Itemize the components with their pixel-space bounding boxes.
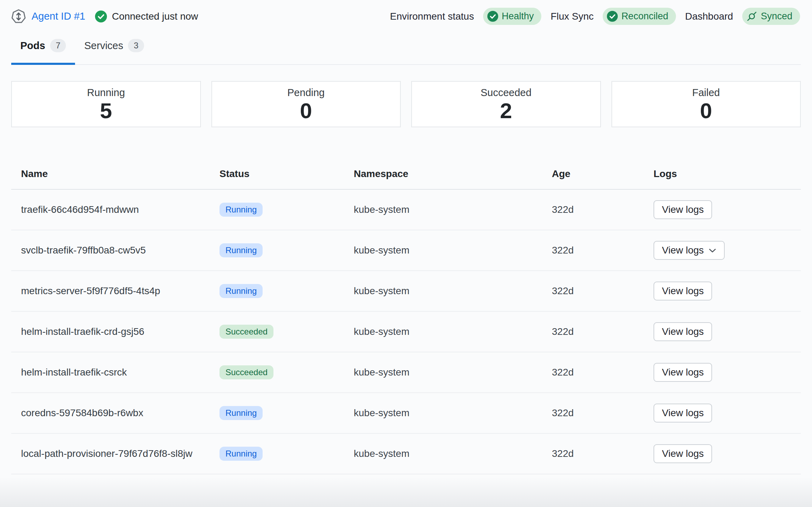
environment-status-label: Environment status — [390, 11, 474, 22]
summary-card-running: Running 5 — [11, 81, 201, 127]
age: 322d — [552, 245, 654, 256]
summary-card-pending: Pending 0 — [211, 81, 401, 127]
summary-card-value: 0 — [700, 100, 712, 122]
status-badge: Running — [219, 447, 263, 461]
view-logs-button[interactable]: View logs — [654, 363, 712, 382]
view-logs-button[interactable]: View logs — [654, 404, 712, 422]
tab-services[interactable]: Services 3 — [75, 34, 153, 65]
namespace: kube-system — [354, 326, 552, 337]
namespace: kube-system — [354, 448, 552, 459]
summary-card-label: Pending — [287, 87, 325, 99]
namespace: kube-system — [354, 407, 552, 419]
dashboard-label: Dashboard — [685, 11, 733, 22]
view-logs-label: View logs — [662, 448, 704, 459]
pod-name: svclb-traefik-79ffb0a8-cw5v5 — [11, 245, 219, 256]
status-badge: Running — [219, 284, 263, 298]
column-header-age: Age — [552, 168, 654, 180]
table-header-row: Name Status Namespace Age Logs — [11, 159, 801, 190]
check-icon — [487, 11, 498, 22]
namespace: kube-system — [354, 245, 552, 256]
summary-card-value: 5 — [100, 100, 112, 122]
tab-bar: Pods 7 Services 3 — [11, 34, 801, 65]
column-header-namespace: Namespace — [354, 168, 552, 180]
pod-name: metrics-server-5f9f776df5-4ts4p — [11, 285, 219, 297]
view-logs-label: View logs — [662, 285, 704, 297]
view-logs-label: View logs — [662, 326, 704, 337]
pod-name: traefik-66c46d954f-mdwwn — [11, 204, 219, 215]
environment-badges-group: Environment status Healthy Flux Sync — [390, 8, 800, 25]
summary-card-value: 0 — [300, 100, 312, 122]
view-logs-button[interactable]: View logs — [654, 241, 725, 260]
chevron-down-icon — [709, 248, 716, 253]
namespace: kube-system — [354, 367, 552, 378]
age: 322d — [552, 448, 654, 459]
column-header-logs: Logs — [654, 168, 801, 180]
table-row: traefik-66c46d954f-mdwwn Running kube-sy… — [11, 190, 801, 230]
status-badge: Succeeded — [219, 325, 273, 339]
healthy-badge: Healthy — [483, 8, 542, 25]
age: 322d — [552, 285, 654, 297]
table-row: coredns-597584b69b-r6wbx Running kube-sy… — [11, 393, 801, 434]
view-logs-button[interactable]: View logs — [654, 444, 712, 463]
synced-badge: Synced — [742, 8, 800, 25]
reconciled-badge: Reconciled — [603, 8, 676, 25]
bottom-shadow — [0, 477, 812, 507]
check-icon — [607, 11, 618, 22]
connection-status-text: Connected just now — [112, 11, 198, 22]
view-logs-label: View logs — [662, 407, 704, 419]
status-badge: Running — [219, 203, 263, 217]
status-badge: Running — [219, 243, 263, 257]
age: 322d — [552, 326, 654, 337]
namespace: kube-system — [354, 204, 552, 215]
table-row: metrics-server-5f9f776df5-4ts4p Running … — [11, 271, 801, 312]
summary-card-succeeded: Succeeded 2 — [411, 81, 601, 127]
table-body: traefik-66c46d954f-mdwwn Running kube-sy… — [11, 190, 801, 474]
column-header-name: Name — [11, 168, 219, 180]
agent-shield-icon — [11, 8, 27, 25]
view-logs-label: View logs — [662, 204, 704, 215]
view-logs-label: View logs — [662, 367, 704, 378]
commit-sync-icon — [746, 11, 757, 22]
status-badge: Succeeded — [219, 365, 273, 379]
age: 322d — [552, 407, 654, 419]
top-bar: Agent ID #1 Connected just now Environme… — [0, 0, 812, 25]
summary-card-label: Succeeded — [481, 87, 532, 99]
flux-sync-label: Flux Sync — [550, 11, 594, 22]
tab-count-badge: 7 — [50, 39, 66, 52]
table-row: svclb-traefik-79ffb0a8-cw5v5 Running kub… — [11, 230, 801, 271]
summary-card-failed: Failed 0 — [611, 81, 801, 127]
connected-check-icon — [95, 11, 107, 22]
summary-card-label: Failed — [692, 87, 720, 99]
age: 322d — [552, 204, 654, 215]
column-header-status: Status — [219, 168, 354, 180]
agent-id-link[interactable]: Agent ID #1 — [32, 11, 85, 22]
status-badge: Running — [219, 406, 263, 420]
dashboard-page: Agent ID #1 Connected just now Environme… — [0, 0, 812, 507]
pods-table: Name Status Namespace Age Logs traefik-6… — [11, 159, 801, 474]
view-logs-label: View logs — [662, 245, 704, 256]
summary-cards: Running 5 Pending 0 Succeeded 2 Failed 0 — [11, 81, 801, 127]
view-logs-button[interactable]: View logs — [654, 282, 712, 300]
pod-name: helm-install-traefik-crd-gsj56 — [11, 326, 219, 337]
synced-badge-label: Synced — [761, 11, 792, 22]
tab-label: Pods — [20, 40, 45, 52]
pod-name: local-path-provisioner-79f67d76f8-sl8jw — [11, 448, 219, 459]
healthy-badge-label: Healthy — [502, 11, 534, 22]
tab-count-badge: 3 — [128, 39, 144, 52]
tab-pods[interactable]: Pods 7 — [11, 34, 75, 65]
age: 322d — [552, 367, 654, 378]
reconciled-badge-label: Reconciled — [621, 11, 668, 22]
view-logs-button[interactable]: View logs — [654, 200, 712, 219]
table-row: helm-install-traefik-crd-gsj56 Succeeded… — [11, 312, 801, 352]
summary-card-value: 2 — [500, 100, 512, 122]
pod-name: helm-install-traefik-csrck — [11, 367, 219, 378]
pod-name: coredns-597584b69b-r6wbx — [11, 407, 219, 419]
tab-label: Services — [84, 40, 123, 52]
namespace: kube-system — [354, 285, 552, 297]
agent-status-group: Agent ID #1 Connected just now — [11, 8, 198, 25]
summary-card-label: Running — [87, 87, 125, 99]
view-logs-button[interactable]: View logs — [654, 322, 712, 341]
table-row: local-path-provisioner-79f67d76f8-sl8jw … — [11, 434, 801, 474]
table-row: helm-install-traefik-csrck Succeeded kub… — [11, 352, 801, 393]
